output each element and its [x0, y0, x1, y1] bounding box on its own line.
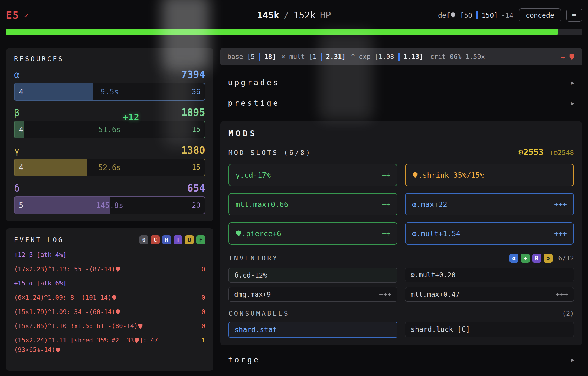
top-bar-right: def [50 150] -14 concede ≡ — [438, 8, 582, 22]
log-entry-text: (6×1.24)^1.09: 8 -(101-14) — [14, 293, 193, 303]
chevron-right-icon: ▶ — [571, 79, 574, 86]
hp-divider: / — [283, 10, 289, 21]
mod-slot[interactable]: .shrink 35%/15% — [405, 164, 574, 186]
mod-slot[interactable]: .pierce+6 ++ — [228, 222, 397, 245]
mod-slot-text: α.max+22 — [412, 200, 447, 209]
log-entry-value — [198, 250, 205, 260]
log-filter-t[interactable]: T — [174, 235, 182, 244]
mod-slot-text: ⚙.mult+1.54 — [412, 229, 460, 238]
consumable-item[interactable]: shard.stat — [228, 322, 397, 338]
defense-delta: -14 — [501, 11, 513, 19]
resource-bar-alpha[interactable]: 4 9.5s 36 — [14, 83, 205, 101]
mod-slots-header: MOD SLOTS (6/8) — [228, 149, 312, 157]
concede-button[interactable]: concede — [519, 8, 561, 22]
inventory-filter-r[interactable]: R — [532, 254, 541, 263]
defense-readout: def [50 150] -14 — [438, 11, 514, 19]
inventory-grid: δ.cd-12% ⚙.mult+0.20 dmg.max+9 +++ mlt.m… — [228, 268, 574, 302]
mod-upgrade-pips: +++ — [554, 229, 567, 238]
mod-upgrade-pips: ++ — [382, 200, 390, 208]
enemy-level-badge: E5 — [6, 9, 19, 21]
inventory-item[interactable]: ⚙.mult+0.20 — [405, 268, 574, 282]
inventory-count: 6/12 — [558, 255, 574, 262]
resource-value: 654 — [187, 182, 205, 194]
chevron-right-icon: ▶ — [571, 100, 574, 107]
inventory-filters: α + R ⚙ 6/12 — [509, 254, 574, 263]
log-filter-r[interactable]: R — [162, 235, 171, 244]
inventory-item-text: mlt.max+0.47 — [411, 291, 460, 298]
inventory-item[interactable]: mlt.max+0.47 +++ — [405, 287, 574, 302]
defense-max: 150] — [482, 11, 498, 19]
power-exp-max: 1.13] — [404, 53, 423, 61]
forge-label: forge — [228, 355, 260, 364]
currency-gain: +⚙2548 — [550, 149, 574, 157]
currency-amount: ⚙2553 — [518, 147, 544, 157]
inventory-filter-plus[interactable]: + — [521, 254, 530, 263]
mod-slot[interactable]: γ.cd-17% ++ — [228, 164, 397, 186]
resource-symbol: δ — [14, 183, 19, 194]
log-entry-text: (15×2.05)^1.10 !x1.5: 61 -(80-14) — [14, 321, 193, 331]
mod-slot[interactable]: mlt.max+0.66 ++ — [228, 193, 397, 215]
log-entry-value: 0 — [198, 307, 205, 317]
hp-readout: 145k / 152k HP — [257, 10, 331, 21]
log-filter-0[interactable]: 0 — [139, 235, 148, 244]
resource-cap: 15 — [192, 163, 200, 171]
resource-bar-delta[interactable]: 5 145.8s 20 — [14, 196, 205, 214]
log-entry-text: +12 β [atk 4%] — [14, 250, 193, 260]
power-separator-bar — [321, 53, 322, 61]
menu-button[interactable]: ≡ — [566, 9, 582, 22]
log-entry: (15×2.24)^1.11 [shred 35% #2 -33]: 47 - … — [14, 336, 205, 355]
forge-section-row[interactable]: forge ▶ — [220, 352, 582, 368]
inventory-item[interactable]: dmg.max+9 +++ — [228, 287, 397, 302]
shield-icon — [138, 324, 143, 329]
mod-slot[interactable]: α.max+22 +++ — [405, 193, 574, 215]
log-entry-value: 1 — [198, 336, 205, 355]
resource-bar-gamma[interactable]: 4 52.6s 15 — [14, 159, 205, 176]
resource-cap: 36 — [192, 88, 200, 96]
check-icon: ✓ — [24, 11, 29, 20]
event-log-panel: EVENT LOG 0 C R T U F +12 β [atk 4%] ( — [6, 228, 213, 371]
arrow-right-icon: → — [561, 53, 565, 61]
consumables-grid: shard.stat shard.luck [C] — [228, 322, 574, 338]
resource-symbol: β — [14, 107, 19, 118]
hp-current: 145k — [257, 10, 279, 21]
inventory-item-text: dmg.max+9 — [234, 291, 271, 298]
log-entry-text: (15×2.24)^1.11 [shred 35% #2 -33]: 47 - … — [14, 336, 193, 355]
inventory-item[interactable]: δ.cd-12% — [228, 268, 397, 283]
shield-icon — [413, 172, 418, 178]
log-entry: (15×2.05)^1.10 !x1.5: 61 -(80-14) 0 — [14, 321, 205, 331]
resource-delta: δ 654 5 145.8s 20 — [14, 182, 205, 214]
right-column: base [518] × mult [12.31] ^ exp [1.081.1… — [220, 48, 582, 371]
hamburger-icon: ≡ — [572, 11, 576, 19]
resource-timer: 145.8s — [15, 201, 205, 210]
consumable-item-text: shard.stat — [234, 326, 277, 334]
mod-slot-grid: γ.cd-17% ++ .shrink 35%/15% mlt.max+0.66… — [228, 164, 574, 245]
power-separator-bar — [259, 53, 260, 61]
inventory-filter-alpha[interactable]: α — [509, 254, 518, 263]
mods-panel: MODS MOD SLOTS (6/8) ⚙2553 +⚙2548 γ.cd-1… — [220, 121, 582, 345]
prestige-section-row[interactable]: prestige ▶ — [220, 95, 582, 111]
power-target: → — [561, 53, 575, 61]
consumable-item[interactable]: shard.luck [C] — [405, 322, 574, 337]
log-filter-u[interactable]: U — [185, 235, 194, 244]
resource-timer: 9.5s — [15, 87, 205, 96]
event-log-filters: 0 C R T U F — [139, 235, 205, 244]
main-layout: RESOURCES α 7394 4 9.5s 36 — [6, 48, 582, 371]
resource-value: 1895 — [181, 107, 205, 118]
resources-panel: RESOURCES α 7394 4 9.5s 36 — [6, 48, 213, 221]
chevron-right-icon: ▶ — [571, 357, 574, 363]
defense-separator-bar — [476, 11, 478, 19]
log-filter-f[interactable]: F — [196, 235, 205, 244]
mod-slot[interactable]: ⚙.mult+1.54 +++ — [405, 222, 574, 245]
resource-cap: 15 — [192, 126, 200, 134]
resource-cap: 20 — [192, 201, 200, 209]
resource-bar-beta[interactable]: 4 51.6s 15 — [14, 121, 205, 138]
hp-max: 152k — [293, 10, 316, 21]
upgrades-section-row[interactable]: upgrades ▶ — [220, 75, 582, 90]
hp-bar-track — [6, 29, 582, 35]
inventory-filter-gear[interactable]: ⚙ — [544, 254, 553, 263]
shield-icon — [116, 267, 120, 272]
log-filter-c[interactable]: C — [151, 235, 160, 244]
game-root: E5 ✓ 145k / 152k HP def [50 150] -14 con… — [0, 0, 588, 376]
resource-gain-floater: +12 — [123, 112, 139, 123]
power-mult-current: 1 — [313, 53, 316, 61]
